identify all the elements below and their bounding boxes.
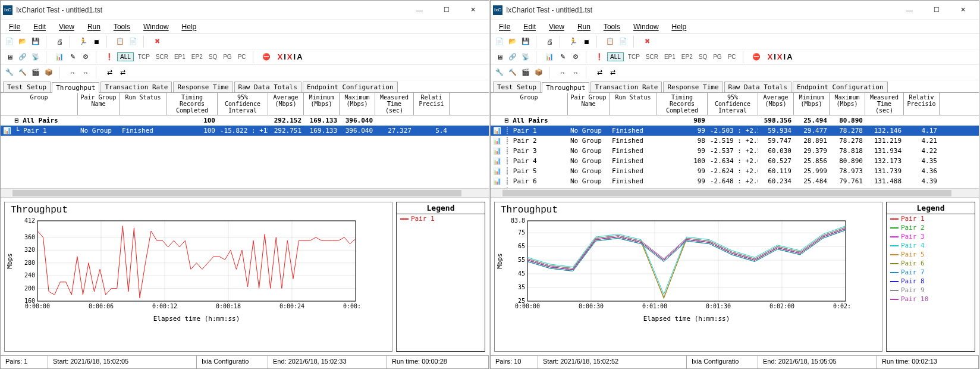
col-time[interactable]: Measured Time (sec) (865, 93, 904, 115)
edit-icon[interactable]: ✎ (557, 52, 568, 62)
col-avg[interactable]: Average (Mbps) (268, 93, 304, 115)
filter-ep2[interactable]: EP2 (680, 54, 695, 60)
col-records[interactable]: Timing Records Completed (657, 93, 708, 115)
filter-tcp[interactable]: TCP (136, 54, 152, 60)
col-pairgroup[interactable]: Pair Group Name (568, 93, 610, 115)
run-icon[interactable]: 🏃 (568, 36, 579, 47)
tab-rawdata[interactable]: Raw Data Totals (724, 82, 791, 92)
tab-response[interactable]: Response Time (173, 82, 233, 92)
save-icon[interactable]: 💾 (520, 36, 531, 47)
script-icon[interactable]: 📊 (544, 52, 555, 62)
filter-all[interactable]: ALL (117, 52, 134, 61)
col-ci[interactable]: 95% Confidence Interval (218, 93, 268, 115)
legend-item[interactable]: Pair 1 (887, 214, 975, 223)
print-icon[interactable]: 🖨 (544, 36, 555, 47)
info-icon[interactable]: ❗ (104, 52, 115, 62)
menu-tools[interactable]: Tools (108, 21, 136, 32)
menu-run[interactable]: Run (571, 21, 596, 32)
options-icon[interactable]: ⚙ (570, 52, 581, 62)
paste-icon[interactable]: 📄 (128, 36, 139, 47)
col-runstatus[interactable]: Run Status (120, 93, 167, 115)
stop-icon[interactable]: ⏹ (91, 36, 102, 47)
legend-item[interactable]: Pair 4 (887, 241, 975, 250)
group-icon[interactable]: 🔗 (507, 52, 518, 62)
col-min[interactable]: Minimum (Mbps) (304, 93, 340, 115)
tool-e-icon[interactable]: ↔ (67, 67, 78, 78)
col-ci[interactable]: 95% Confidence Interval (708, 93, 758, 115)
col-group[interactable]: Group (491, 93, 568, 115)
table-row[interactable]: 📊 ┊ Pair 2 No GroupFinished 98-2.519 : +… (491, 136, 979, 146)
new-icon[interactable]: 📄 (4, 36, 15, 47)
col-max[interactable]: Maximum (Mbps) (830, 93, 865, 115)
filter-sq[interactable]: SQ (697, 54, 709, 60)
tab-endpoint[interactable]: Endpoint Configuration (793, 82, 888, 92)
legend-item[interactable]: Pair 9 (887, 286, 975, 295)
tool-d-icon[interactable]: 📦 (43, 67, 54, 78)
edit-icon[interactable]: ✎ (67, 52, 78, 62)
info-icon[interactable]: ❗ (594, 52, 605, 62)
tool-h-icon[interactable]: ⇄ (117, 67, 128, 78)
close-button[interactable]: ✕ (460, 2, 486, 18)
col-prec[interactable]: Relativ Precisio (904, 93, 940, 115)
tab-rawdata[interactable]: Raw Data Totals (234, 82, 301, 92)
table-row[interactable]: 📊 ┊ Pair 6 No GroupFinished 99-2.648 : +… (491, 176, 979, 186)
tab-throughput[interactable]: Throughput (542, 82, 589, 93)
tab-setup[interactable]: Test Setup (3, 82, 51, 92)
grid-body[interactable]: ⊟ All Pairs 989 598.356 25.494 80.890 📊 … (491, 115, 979, 188)
filter-ep2[interactable]: EP2 (190, 54, 205, 60)
menu-run[interactable]: Run (81, 21, 106, 32)
noentry-icon[interactable]: ⛔ (751, 52, 762, 62)
maximize-button[interactable]: ☐ (923, 2, 950, 18)
tool-g-icon[interactable]: ⇄ (594, 67, 605, 78)
noentry-icon[interactable]: ⛔ (261, 52, 272, 62)
open-icon[interactable]: 📂 (507, 36, 518, 47)
row-allpairs[interactable]: ⊟ All Pairs 100 292.152 169.133 396.040 (1, 115, 489, 126)
delete-icon[interactable]: ✖ (152, 36, 162, 47)
menu-help[interactable]: Help (666, 21, 693, 32)
col-runstatus[interactable]: Run Status (610, 93, 657, 115)
filter-pg[interactable]: PG (711, 54, 723, 60)
endpoint-icon[interactable]: 📡 (30, 52, 41, 62)
tool-c-icon[interactable]: 🎬 (520, 67, 531, 78)
tab-endpoint[interactable]: Endpoint Configuration (303, 82, 398, 92)
save-icon[interactable]: 💾 (30, 36, 41, 47)
filter-ep1[interactable]: EP1 (172, 54, 187, 60)
legend-item[interactable]: Pair 6 (887, 259, 975, 268)
run-icon[interactable]: 🏃 (78, 36, 89, 47)
paste-icon[interactable]: 📄 (618, 36, 629, 47)
tool-a-icon[interactable]: 🔧 (4, 67, 15, 78)
tool-e-icon[interactable]: ↔ (557, 67, 568, 78)
menu-help[interactable]: Help (176, 21, 203, 32)
stop-icon[interactable]: ⏹ (581, 36, 592, 47)
menu-window[interactable]: Window (627, 21, 665, 32)
tool-g-icon[interactable]: ⇄ (104, 67, 115, 78)
h-scrollbar[interactable] (491, 188, 979, 198)
legend-item[interactable]: Pair 8 (887, 277, 975, 286)
pair-icon[interactable]: 🖥 (4, 52, 15, 62)
filter-scr[interactable]: SCR (154, 54, 170, 60)
legend-item[interactable]: Pair 3 (887, 232, 975, 241)
pair-icon[interactable]: 🖥 (494, 52, 505, 62)
tool-f-icon[interactable]: ↔ (80, 67, 91, 78)
tab-throughput[interactable]: Throughput (52, 82, 99, 93)
tool-d-icon[interactable]: 📦 (533, 67, 544, 78)
menu-edit[interactable]: Edit (27, 21, 52, 32)
tool-b-icon[interactable]: 🔨 (17, 67, 28, 78)
legend-item[interactable]: Pair 7 (887, 268, 975, 277)
col-time[interactable]: Measured Time (sec) (375, 93, 414, 115)
new-icon[interactable]: 📄 (494, 36, 505, 47)
filter-pg[interactable]: PG (221, 54, 233, 60)
table-row[interactable]: 📊 └ Pair 1 No Group Finished 100 -15.822… (1, 126, 489, 136)
group-icon[interactable]: 🔗 (17, 52, 28, 62)
script-icon[interactable]: 📊 (54, 52, 65, 62)
menu-view[interactable]: View (53, 21, 80, 32)
menu-file[interactable]: File (493, 21, 516, 32)
tab-response[interactable]: Response Time (663, 82, 723, 92)
copy-icon[interactable]: 📋 (115, 36, 125, 47)
filter-pc[interactable]: PC (236, 54, 248, 60)
endpoint-icon[interactable]: 📡 (520, 52, 531, 62)
menu-window[interactable]: Window (137, 21, 175, 32)
table-row[interactable]: 📊 ┊ Pair 4 No GroupFinished 100-2.634 : … (491, 156, 979, 166)
menu-tools[interactable]: Tools (598, 21, 626, 32)
legend-item[interactable]: Pair 10 (887, 295, 975, 304)
